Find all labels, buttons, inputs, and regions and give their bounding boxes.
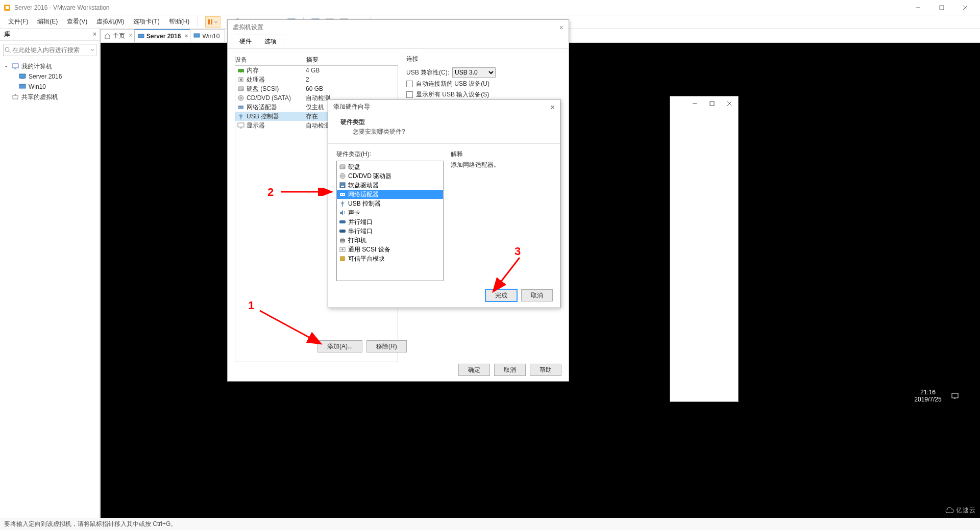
menu-tabs[interactable]: 选项卡(T) [129,16,163,28]
explanation-text: 添加网络适配器。 [451,161,552,169]
svg-point-59 [342,175,344,177]
menu-edit[interactable]: 编辑(E) [33,16,62,28]
tpm-icon [339,256,346,262]
svg-rect-38 [952,393,958,398]
hardware-type-row[interactable]: USB 控制器 [337,199,443,208]
pause-button[interactable] [205,16,220,28]
cd-icon [339,173,346,179]
net-icon [237,104,244,111]
tree-shared-label: 共享的虚拟机 [21,93,58,102]
tab-label: Server 2016 [146,33,181,40]
statusbar-text: 要将输入定向到该虚拟机，请将鼠标指针移入其中或按 Ctrl+G。 [4,520,177,528]
cancel-button[interactable]: 取消 [521,289,553,301]
close-button[interactable] [727,101,732,106]
hardware-summary: 4 GB [306,67,320,74]
tab-home[interactable]: 主页 × [101,29,135,42]
hardware-type-row[interactable]: 打印机 [337,236,443,245]
tree-root[interactable]: ▪ 我的计算机 [3,61,96,71]
notification-icon[interactable] [951,392,959,399]
svg-rect-6 [208,19,210,24]
dialog-close-button[interactable]: × [559,23,564,32]
tab-hardware[interactable]: 硬件 [233,35,258,48]
tab-win10[interactable]: Win10 [190,29,225,42]
hardware-summary: 60 GB [306,85,323,92]
usb-icon [237,113,244,120]
hardware-type-row[interactable]: 通用 SCSI 设备 [337,245,443,254]
hardware-row[interactable]: 内存4 GB [235,66,398,75]
maximize-button[interactable] [930,0,953,15]
minimize-button[interactable] [692,101,697,106]
menu-vm[interactable]: 虚拟机(M) [92,16,128,28]
hardware-type-row[interactable]: 网络适配器 [337,190,443,199]
settings-tabs: 硬件 选项 [228,35,569,48]
minimize-button[interactable] [906,0,930,15]
show-all-checkbox[interactable] [406,91,413,98]
hardware-label: 网络适配器 [247,103,277,112]
maximize-button[interactable] [709,101,715,106]
tab-server2016[interactable]: Server 2016 × [134,29,190,42]
collapse-icon[interactable]: ▪ [3,63,9,70]
hardware-type-row[interactable]: 可信平台模块 [337,254,443,263]
tree-shared[interactable]: 共享的虚拟机 [3,92,96,102]
svg-rect-50 [238,106,243,109]
svg-rect-3 [940,6,944,10]
disk-icon [339,164,346,170]
svg-point-53 [240,118,241,119]
tab-options[interactable]: 选项 [258,35,283,48]
hardware-type-row[interactable]: 软盘驱动器 [337,181,443,190]
auto-connect-checkbox[interactable] [406,81,413,87]
hardware-summary: 2 [306,76,309,83]
svg-point-52 [241,107,242,108]
menu-file[interactable]: 文件(F) [4,16,32,28]
vm-icon [193,33,200,39]
menu-help[interactable]: 帮助(H) [165,16,194,28]
add-hardware-button[interactable]: 添加(A)... [317,340,362,352]
hardware-type-row[interactable]: 声卡 [337,208,443,217]
wizard-titlebar[interactable]: 添加硬件向导 × [328,99,560,114]
svg-rect-39 [238,69,244,72]
window-title: Server 2016 - VMware Workstation [14,4,110,11]
tree-item-label: Server 2016 [29,73,62,80]
tab-close-button[interactable]: × [185,33,188,39]
svg-point-31 [15,94,16,96]
sidebar-close-button[interactable]: × [93,31,96,38]
dialog-titlebar[interactable]: 虚拟机设置 × [228,20,569,35]
remove-hardware-button[interactable]: 移除(R) [366,340,407,352]
hardware-type-row[interactable]: 并行端口 [337,217,443,226]
usb-compat-select[interactable]: USB 3.0 [452,67,496,78]
hardware-type-row[interactable]: 串行端口 [337,226,443,236]
search-input[interactable] [12,46,89,54]
hardware-type-row[interactable]: CD/DVD 驱动器 [337,171,443,181]
finish-button[interactable]: 完成 [485,289,517,301]
hardware-type-list[interactable]: 硬盘CD/DVD 驱动器软盘驱动器网络适配器USB 控制器声卡并行端口串行端口打… [336,161,444,281]
help-button[interactable]: 帮助 [530,364,561,376]
hardware-label: 内存 [247,66,259,75]
search-icon [4,47,12,54]
col-device: 设备 [235,56,306,64]
clock-date: 2019/7/25 [914,396,941,403]
background-window [670,96,739,402]
cancel-button[interactable]: 取消 [494,364,526,376]
hardware-type-label: USB 控制器 [348,199,381,208]
tree-item-win10[interactable]: Win10 [3,82,96,92]
wizard-close-button[interactable]: × [550,103,555,111]
disk-icon [237,85,244,92]
menu-view[interactable]: 查看(V) [63,16,91,28]
tree-root-label: 我的计算机 [21,62,52,71]
search-dropdown-button[interactable] [89,48,96,52]
tree-item-server2016[interactable]: Server 2016 [3,71,96,82]
svg-rect-29 [20,89,24,89]
close-button[interactable] [953,0,977,15]
window-controls [906,0,977,15]
hardware-row[interactable]: 处理器2 [235,75,398,84]
ok-button[interactable]: 确定 [458,364,490,376]
tab-close-button[interactable]: × [129,32,132,38]
svg-point-49 [240,97,242,99]
hardware-type-row[interactable]: 硬盘 [337,162,443,171]
usb-icon [339,200,346,207]
hardware-row[interactable]: 硬盘 (SCSI)60 GB [235,84,398,93]
svg-rect-32 [138,34,144,38]
svg-rect-61 [341,186,344,187]
tab-label: 主页 [113,32,125,40]
hardware-type-label: 打印机 [348,236,366,245]
